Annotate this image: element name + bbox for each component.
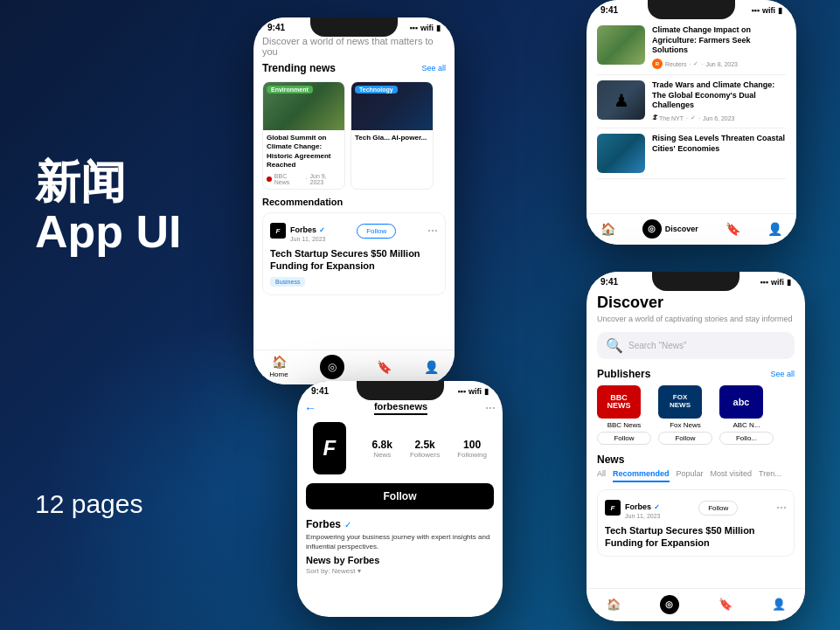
following-count: 100 [457, 439, 487, 451]
nav-profile-4[interactable]: 👤 [772, 598, 786, 611]
verified-badge-profile: ✓ [344, 520, 351, 530]
environment-tag: Environment [267, 86, 313, 93]
search-bar-4[interactable]: 🔍 Search "News" [597, 332, 795, 359]
news-label: News [372, 451, 392, 459]
bottom-nav-1: 🏠 Home ◎ 🔖 👤 [253, 350, 455, 384]
rec-card-full[interactable]: F Forbes ✓ Jun 11, 2023 Follow ⋯ Tech St… [597, 489, 795, 557]
bbc-dot [267, 177, 272, 182]
nav-home-4[interactable]: 🏠 [607, 598, 621, 611]
phone-1-newsfeed: 9:41 ▪▪▪ wifi ▮ Discover a world of news… [253, 17, 455, 384]
news-section-header: News [597, 453, 795, 466]
trending-title: Trending news [262, 62, 336, 74]
more-icon-4[interactable]: ⋯ [776, 502, 787, 514]
profile-name-row: Forbes ✓ [297, 515, 503, 532]
news-tabs: All Recommended Popular Most visited Tre… [597, 469, 795, 482]
follow-button-rec[interactable]: Follow [698, 501, 738, 516]
wifi-icon-4: wifi [771, 278, 784, 287]
bbc-follow-btn[interactable]: Follow [597, 432, 651, 445]
verified-badge-1: ✓ [319, 226, 325, 234]
phone-3-forbes: 9:41 ▪▪▪ wifi ▮ ← forbesnews ⋯ F 6.8k Ne… [297, 381, 503, 617]
news-list-item-3[interactable]: Rising Sea Levels Threaten Coastal Citie… [597, 128, 786, 179]
wifi-icon: wifi [420, 24, 434, 32]
phone-4-notch [652, 272, 739, 291]
stat-following: 100 Following [457, 439, 487, 459]
nav-profile-2[interactable]: 👤 [767, 222, 782, 236]
news-item-body-3: Rising Sea Levels Threaten Coastal Citie… [652, 134, 786, 156]
phone-1-notch [310, 17, 398, 37]
recommendation-label: Recommendation [262, 197, 446, 207]
nav-bookmark[interactable]: 🔖 [377, 360, 392, 374]
news-card-2[interactable]: Technology Tech Gia... AI-power... [351, 81, 434, 190]
phone-2-content: Climate Change Impact on Agriculture: Fa… [587, 17, 796, 183]
nav-discover[interactable]: ◎ [320, 355, 344, 379]
battery-icon-3: ▮ [484, 387, 489, 396]
follow-button-big[interactable]: Follow [306, 483, 494, 509]
dot-sep-b1: · [701, 61, 703, 67]
recommendation-section: Recommendation F Forbes ✓ Jun 11, 2023 [253, 193, 455, 300]
publishers-see-all[interactable]: See all [770, 370, 795, 378]
date-2: Jun 6, 2023 [703, 115, 735, 121]
news-item-title-2: Trade Wars and Climate Change: The Globa… [652, 80, 786, 111]
news-section-title: News [597, 453, 624, 466]
tab-most-visited[interactable]: Most visited [711, 469, 753, 482]
wifi-icon-3: wifi [469, 387, 482, 396]
more-icon-3[interactable]: ⋯ [485, 402, 496, 414]
phone-4-screen: 9:41 ▪▪▪ wifi ▮ Discover Uncover a world… [587, 272, 805, 621]
sort-label[interactable]: Sort by: Newest ▾ [306, 567, 361, 575]
nav-profile[interactable]: 👤 [424, 360, 439, 374]
nyt-name: The NYT [659, 115, 684, 121]
nav-discover-2-active[interactable]: ◎ Discover [642, 219, 698, 239]
nav-bookmark-4[interactable]: 🔖 [719, 598, 732, 611]
nyt-logo: 𝕿 [652, 114, 656, 122]
nav-bookmark-2[interactable]: 🔖 [725, 222, 740, 236]
back-button[interactable]: ← [304, 401, 316, 415]
nav-home-2[interactable]: 🏠 [600, 222, 615, 236]
publisher-abc: abc ABC N... Follo... [719, 385, 774, 445]
ocean-image [597, 134, 645, 173]
see-all-link[interactable]: See all [421, 64, 446, 73]
news-card-1[interactable]: Environment Global Summit on Climate Cha… [262, 81, 345, 190]
bbc-name: BBC News [597, 421, 651, 429]
forbes-logo-full: F [605, 500, 621, 516]
trending-header: Trending news See all [253, 59, 455, 78]
status-icons-4: ▪▪▪ wifi ▮ [760, 278, 791, 287]
abc-follow-btn[interactable]: Follo... [719, 432, 774, 445]
profile-bio: Empowering your business journey with ex… [297, 532, 503, 551]
signal-icon-2: ▪▪▪ [751, 6, 760, 15]
news-thumb-2: ♟ [597, 80, 645, 120]
rec-source-date: Jun 11, 2023 [290, 236, 325, 242]
status-time-4: 9:41 [600, 277, 618, 287]
news-list-item-1[interactable]: Climate Change Impact on Agriculture: Fa… [597, 20, 786, 75]
tab-recommended[interactable]: Recommended [613, 469, 670, 482]
discover-bottom-nav-4: 🏠 ◎ 🔖 👤 [587, 588, 805, 621]
nav-home[interactable]: 🏠 Home [269, 355, 288, 378]
more-icon-1[interactable]: ⋯ [427, 225, 438, 237]
discover-dot-4: ◎ [660, 595, 679, 614]
publishers-title: Publishers [597, 368, 650, 380]
news-item-body-2: Trade Wars and Climate Change: The Globa… [652, 80, 786, 122]
news-item-title-3: Rising Sea Levels Threaten Coastal Citie… [652, 134, 786, 154]
rec-card-1[interactable]: F Forbes ✓ Jun 11, 2023 Follow ⋯ Tech St… [262, 212, 446, 296]
tab-popular[interactable]: Popular [677, 469, 704, 482]
signal-icon-3: ▪▪▪ [457, 387, 466, 396]
bookmark-icon: 🔖 [377, 360, 392, 374]
phone-3-notch [357, 381, 444, 400]
rec-card-full-header: F Forbes ✓ Jun 11, 2023 Follow ⋯ [605, 497, 787, 519]
tab-all[interactable]: All [597, 469, 606, 482]
tab-trending[interactable]: Tren... [759, 469, 781, 482]
profile-header: ← forbesnews ⋯ [297, 398, 503, 419]
publishers-row: BBCNEWS BBC News Follow FOXNEWS Fox News… [597, 385, 795, 445]
nav-home-label: Home [269, 370, 288, 378]
nav-discover-4-active[interactable]: ◎ [660, 595, 679, 614]
following-label: Following [457, 451, 487, 459]
status-time-1: 9:41 [267, 23, 285, 32]
news-list-item-2[interactable]: ♟ Trade Wars and Climate Change: The Glo… [597, 75, 786, 128]
home-icon: 🏠 [272, 355, 287, 369]
verified-2: ✓ [691, 114, 696, 121]
fox-follow-btn[interactable]: Follow [658, 432, 712, 445]
follow-button-1[interactable]: Follow [357, 224, 396, 239]
reuters-logo: R [652, 59, 663, 69]
phone-2-notch [648, 0, 735, 19]
reuters-name: Reuters [665, 61, 687, 67]
sort-row: Sort by: Newest ▾ [297, 567, 503, 575]
